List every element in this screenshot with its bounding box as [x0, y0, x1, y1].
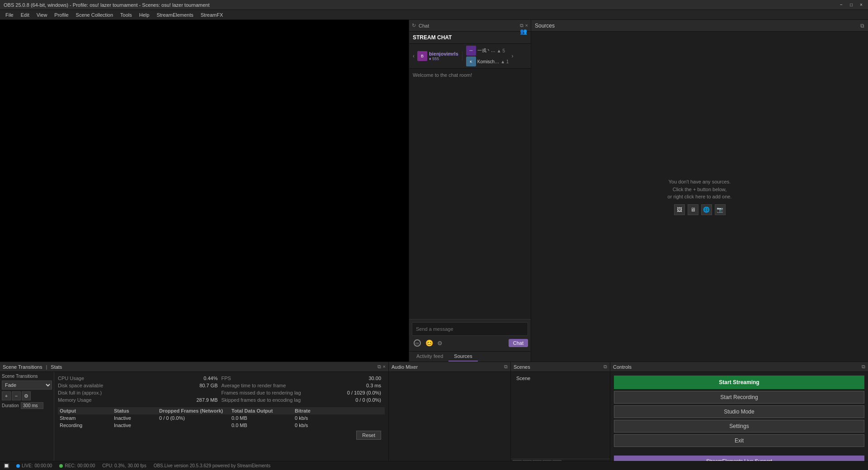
stats-close-icon[interactable]: × — [383, 364, 386, 370]
row-stream-status: Inactive — [114, 415, 159, 421]
stats-table: Output Status Dropped Frames (Network) T… — [58, 407, 385, 429]
controls-content: Start Streaming Start Recording Studio M… — [610, 372, 868, 470]
menu-view[interactable]: View — [33, 11, 51, 19]
sources-expand-icon[interactable]: ⧉ — [860, 23, 864, 29]
scenes-title: Scenes — [514, 364, 530, 370]
sources-content: You don't have any sources. Click the + … — [531, 32, 868, 362]
chat-manage-icon[interactable]: 👥 — [520, 28, 527, 35]
chat-emote-button[interactable]: 😊 — [425, 338, 434, 348]
controls-titlebar: Controls ⧉ — [610, 362, 868, 372]
tab-activity-feed[interactable]: Activity feed — [411, 352, 448, 362]
menu-tools[interactable]: Tools — [117, 11, 136, 19]
reset-button[interactable]: Reset — [356, 431, 381, 440]
stats-content: Scene Transitions Fade + − ⚙ Duration — [0, 372, 388, 470]
user-separator — [462, 52, 462, 61]
source-icon-display[interactable]: 🖥 — [688, 204, 698, 215]
cpu-usage-status: CPU: 0.3%, — [102, 463, 126, 468]
controls-panel: Controls ⧉ Start Streaming Start Recordi… — [610, 362, 868, 470]
rec-time: 00:00:00 — [77, 463, 95, 468]
scene-transitions-panel: Scene Transitions Fade + − ⚙ Duration — [0, 372, 54, 470]
missed-frames-label: Frames missed due to rendering lag — [222, 390, 301, 395]
skipped-frames-stat-row: Skipped frames due to encoding lag 0 / 0… — [222, 396, 385, 404]
tab-sources[interactable]: Sources — [448, 352, 477, 362]
stats-expand-icon[interactable]: ⧉ — [377, 364, 381, 370]
chat-users-bar: ‹ B bienjovimrls ♦ 555 一 一戎丶… ▲ 5 K Komi… — [409, 44, 531, 69]
menu-file[interactable]: File — [2, 11, 17, 19]
fps-label: FPS — [222, 376, 231, 381]
stream-chat-label: STREAM CHAT — [413, 34, 452, 41]
chat-settings-button[interactable]: ⚙ — [435, 338, 444, 348]
stream-status-indicator: ∞ — [414, 339, 421, 347]
start-recording-button[interactable]: Start Recording — [614, 391, 864, 404]
cpu-indicator: 🔲 — [4, 463, 9, 468]
minimize-button[interactable]: − — [838, 2, 844, 8]
row-rec-status: Inactive — [114, 423, 159, 428]
title-bar-controls: − □ × — [838, 2, 864, 8]
scenes-expand-icon[interactable]: ⧉ — [604, 364, 607, 370]
stats-table-header: Output Status Dropped Frames (Network) T… — [58, 407, 385, 414]
controls-expand-icon[interactable]: ⧉ — [862, 364, 865, 370]
row-stream-bitrate: 0 kb/s — [295, 415, 340, 421]
live-label: LIVE: — [22, 463, 33, 468]
fps-status: 30.00 fps — [128, 463, 146, 468]
exit-button[interactable]: Exit — [614, 434, 864, 447]
source-icon-camera[interactable]: 📷 — [715, 204, 726, 215]
missed-frames-stat-row: Frames missed due to rendering lag 0 / 1… — [222, 389, 385, 396]
source-icon-browser[interactable]: 🌐 — [701, 204, 712, 215]
duration-row: Duration — [2, 402, 52, 409]
table-row-recording: Recording Inactive 0.0 MB 0 kb/s — [58, 422, 385, 429]
chat-refresh-icon[interactable]: ↻ — [412, 23, 416, 28]
menu-edit[interactable]: Edit — [17, 11, 33, 19]
trans-settings-btn[interactable]: ⚙ — [22, 391, 31, 400]
sources-titlebar: Sources ⧉ — [531, 20, 868, 32]
welcome-message: Welcome to the chat room! — [413, 72, 472, 78]
title-bar: OBS 25.0.8 (64-bit, windows) - Profile: … — [0, 0, 868, 10]
menu-scene-collection[interactable]: Scene Collection — [72, 11, 117, 19]
chat-send-button[interactable]: Chat — [509, 339, 528, 347]
reset-btn-container: Reset — [58, 429, 385, 442]
chat-input-area: ∞ 😊 ⚙ Chat — [409, 319, 531, 351]
source-icon-image[interactable]: 🖼 — [674, 204, 685, 215]
restore-button[interactable]: □ — [848, 2, 854, 8]
chat-input[interactable] — [412, 322, 528, 336]
menu-streamelements[interactable]: StreamElements — [153, 11, 197, 19]
scene-trans-buttons: + − ⚙ — [2, 391, 52, 400]
memory-value: 287.9 MB — [196, 397, 217, 403]
sources-panel: Sources ⧉ You don't have any sources. Cl… — [531, 20, 868, 362]
duration-label: Duration — [2, 403, 19, 408]
disk-stat-row: Disk space available 80.7 GB — [58, 382, 222, 389]
online-group-2: K Komisch… ▲ 1 — [466, 56, 509, 66]
start-streaming-button[interactable]: Start Streaming — [614, 376, 864, 389]
rec-dot — [59, 464, 63, 468]
studio-mode-button[interactable]: Studio Mode — [614, 405, 864, 418]
menu-profile[interactable]: Profile — [51, 11, 72, 19]
duration-input[interactable] — [21, 402, 43, 409]
col-bitrate: Bitrate — [295, 408, 340, 414]
cpu-fps-indicator: CPU: 0.3%, 30.00 fps — [102, 463, 146, 468]
scene-transition-select[interactable]: Fade — [2, 381, 52, 390]
audio-expand-icon[interactable]: ⧉ — [504, 364, 508, 370]
memory-stat-row: Memory Usage 287.9 MB — [58, 396, 222, 404]
col-dropped: Dropped Frames (Network) — [159, 408, 231, 414]
preview-area — [0, 20, 409, 362]
chat-title-label: Chat — [419, 23, 429, 28]
col-total-data: Total Data Output — [231, 408, 295, 414]
chat-next-arrow[interactable]: › — [510, 52, 514, 60]
menu-help[interactable]: Help — [136, 11, 153, 19]
scenes-panel: Scenes ⧉ Scene + − ⚙ ↑ ↓ — [511, 362, 610, 470]
disk-full-stat-row: Disk full in (approx.) — [58, 389, 222, 396]
chat-prev-arrow[interactable]: ‹ — [412, 52, 415, 60]
scene-item[interactable]: Scene — [513, 374, 608, 383]
cpu-stat-row: CPU Usage 0.44% — [58, 375, 222, 382]
memory-label: Memory Usage — [58, 397, 92, 403]
trans-remove-btn[interactable]: − — [12, 391, 21, 400]
stats-main: CPU Usage 0.44% FPS 30.00 Disk space ava… — [54, 372, 388, 470]
trans-add-btn[interactable]: + — [2, 391, 11, 400]
settings-button[interactable]: Settings — [614, 420, 864, 432]
online-name-1: 一戎丶… — [477, 47, 495, 54]
close-button[interactable]: × — [858, 2, 864, 8]
menu-streamfx[interactable]: StreamFX — [197, 11, 227, 19]
user-avatar-3: K — [466, 56, 476, 66]
disk-value: 80.7 GB — [199, 383, 217, 388]
online-name-2: Komisch… — [477, 59, 499, 64]
